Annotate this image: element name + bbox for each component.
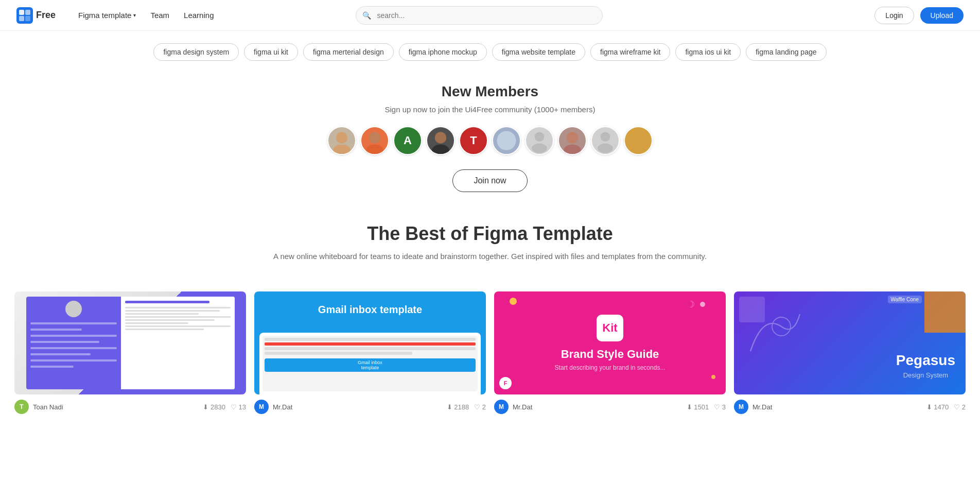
card-gmail-stats: ⬇ 2188 ♡ 2 (447, 403, 486, 411)
avatar (558, 126, 587, 155)
card-brand[interactable]: ☽ · Kit Brand Style Guide Start describi… (494, 291, 726, 416)
tag-pill[interactable]: figma merterial design (303, 43, 394, 61)
nav-links: Figma template ▾ Team Learning (72, 7, 220, 24)
avatar (591, 126, 620, 155)
svg-rect-2 (19, 16, 24, 21)
best-title: The Best of Figma Template (16, 223, 964, 245)
download-count: ⬇ 2188 (447, 403, 469, 411)
avatar: 🐑 (492, 126, 521, 155)
author-name: Toan Nadi (33, 403, 63, 411)
avatar (327, 126, 356, 155)
tags-section: figma design systemfigma ui kitfigma mer… (0, 31, 980, 73)
nav-team[interactable]: Team (144, 7, 176, 24)
members-subtitle: Sign up now to join the Ui4Free communit… (16, 105, 964, 114)
card-resume-meta: T Toan Nadi ⬇ 2830 ♡ 13 (14, 394, 246, 416)
card-gmail-thumbnail: Gmail inbox template Gmail inboxtemplate (254, 291, 486, 394)
logo[interactable]: Free (16, 7, 56, 24)
gmail-title: Gmail inbox template (267, 304, 474, 316)
svg-rect-0 (19, 10, 24, 15)
nav-learning[interactable]: Learning (178, 7, 220, 24)
tag-pill[interactable]: figma ios ui kit (675, 43, 741, 61)
download-count: ⬇ 1470 (926, 403, 949, 411)
svg-point-5 (333, 144, 350, 155)
card-resume-stats: ⬇ 2830 ♡ 13 (203, 403, 246, 411)
svg-point-6 (369, 132, 380, 143)
tag-pill[interactable]: figma design system (153, 43, 239, 61)
svg-point-13 (532, 144, 547, 153)
card-resume-author: T Toan Nadi (14, 400, 63, 414)
like-count: ♡ 2 (474, 403, 486, 411)
brand-kit-icon: Kit (597, 315, 623, 341)
avatars-row: AT🐑🦁 (16, 126, 964, 155)
avatar: T (459, 126, 488, 155)
card-pegasus-author: M Mr.Dat (734, 400, 772, 414)
svg-point-9 (432, 144, 449, 155)
svg-point-16 (601, 132, 610, 142)
svg-point-10 (497, 131, 516, 150)
card-brand-thumbnail: ☽ · Kit Brand Style Guide Start describi… (494, 291, 726, 394)
card-brand-meta: M Mr.Dat ⬇ 1501 ♡ 3 (494, 394, 726, 416)
card-pegasus-thumbnail: Pegasus Design System Waffle Cone (734, 291, 966, 394)
card-resume[interactable]: T Toan Nadi ⬇ 2830 ♡ 13 (14, 291, 246, 416)
avatar: 🦁 (624, 126, 653, 155)
brand-subtitle: Start describing your brand in seconds..… (555, 364, 666, 371)
author-name: Mr.Dat (752, 403, 772, 411)
like-count: ♡ 13 (231, 403, 246, 411)
tag-pill[interactable]: figma ui kit (244, 43, 298, 61)
card-pegasus[interactable]: Pegasus Design System Waffle Cone M Mr.D… (734, 291, 966, 416)
like-count: ♡ 2 (954, 403, 966, 411)
like-count: ♡ 3 (714, 403, 726, 411)
members-title: New Members (16, 83, 964, 100)
avatar: A (393, 126, 422, 155)
svg-point-12 (535, 132, 545, 142)
svg-point-7 (366, 144, 383, 155)
search-input[interactable] (356, 6, 603, 25)
members-section: New Members Sign up now to join the Ui4F… (0, 73, 980, 213)
download-count: ⬇ 2830 (203, 403, 225, 411)
card-pegasus-stats: ⬇ 1470 ♡ 2 (926, 403, 966, 411)
download-count: ⬇ 1501 (687, 403, 709, 411)
card-gmail-meta: M Mr.Dat ⬇ 2188 ♡ 2 (254, 394, 486, 416)
card-gmail-author: M Mr.Dat (254, 400, 292, 414)
author-avatar: M (734, 400, 748, 414)
svg-rect-3 (25, 16, 30, 21)
avatar (360, 126, 389, 155)
tag-pill[interactable]: figma website template (492, 43, 585, 61)
svg-point-17 (598, 144, 613, 153)
avatar (426, 126, 455, 155)
tag-pill[interactable]: figma landing page (746, 43, 826, 61)
card-brand-stats: ⬇ 1501 ♡ 3 (687, 403, 726, 411)
tag-pill[interactable]: figma iphone mockup (399, 43, 487, 61)
svg-point-15 (564, 144, 581, 155)
search-icon: 🔍 (362, 11, 371, 20)
card-gmail[interactable]: Gmail inbox template Gmail inboxtemplate… (254, 291, 486, 416)
nav-actions: Login Upload (874, 7, 964, 24)
tag-pill[interactable]: figma wireframe kit (590, 43, 670, 61)
upload-button[interactable]: Upload (920, 7, 964, 24)
svg-rect-1 (25, 10, 30, 15)
pegasus-title: Pegasus (896, 352, 955, 369)
author-name: Mr.Dat (513, 403, 532, 411)
cards-grid: T Toan Nadi ⬇ 2830 ♡ 13 Gmail inbox temp… (0, 291, 980, 416)
logo-text: Free (36, 10, 56, 21)
join-now-button[interactable]: Join now (452, 169, 527, 192)
best-section: The Best of Figma Template A new online … (0, 213, 980, 291)
svg-point-4 (336, 132, 347, 143)
login-button[interactable]: Login (874, 7, 914, 24)
avatar (525, 126, 554, 155)
svg-point-14 (567, 132, 578, 143)
author-avatar: M (254, 400, 269, 414)
author-avatar: T (14, 400, 29, 414)
best-subtitle: A new online whiteboard for teams to ide… (16, 252, 964, 261)
card-resume-thumbnail (14, 291, 246, 394)
card-pegasus-meta: M Mr.Dat ⬇ 1470 ♡ 2 (734, 394, 966, 416)
brand-title: Brand Style Guide (561, 348, 659, 361)
gmail-mockup: Gmail inboxtemplate (259, 333, 481, 394)
author-avatar: M (494, 400, 509, 414)
navbar: Free Figma template ▾ Team Learning 🔍 Lo… (0, 0, 980, 31)
search-bar: 🔍 (356, 6, 603, 25)
pegasus-subtitle: Design System (896, 371, 955, 379)
card-brand-author: M Mr.Dat (494, 400, 532, 414)
nav-figma-template[interactable]: Figma template ▾ (72, 7, 142, 24)
chevron-down-icon: ▾ (133, 12, 136, 18)
